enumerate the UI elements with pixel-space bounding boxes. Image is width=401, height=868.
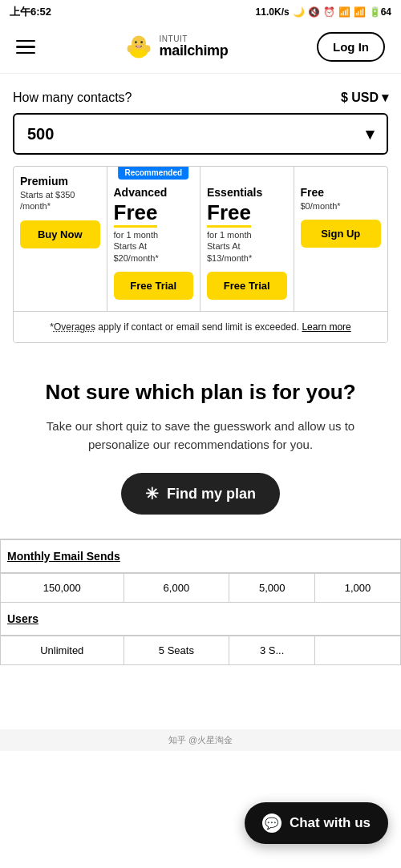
- plan-name-premium: Premium: [20, 175, 100, 188]
- status-time: 上午6:52: [10, 5, 51, 19]
- plan-starts-free: $0/month*: [301, 200, 382, 212]
- contacts-label: How many contacts?: [13, 91, 132, 105]
- plan-free: Free $0/month* Sign Up: [294, 167, 388, 311]
- sign-up-button[interactable]: Sign Up: [301, 220, 382, 248]
- learn-more-link[interactable]: Learn more: [302, 321, 350, 333]
- email-val-0: 150,000: [1, 573, 124, 603]
- comparison-table: Monthly Email Sends 150,000 6,000 5,000 …: [0, 539, 401, 665]
- plan-name-essentials: Essentials: [207, 186, 287, 199]
- status-right: 11.0K/s 🌙 🔇 ⏰ 📶 📶 🔋64: [256, 6, 391, 18]
- signal-icon: 📶: [338, 6, 350, 18]
- mailchimp-label: mailchimp: [160, 43, 229, 59]
- mute-icon: 🔇: [308, 6, 320, 18]
- moon-icon: 🌙: [293, 6, 305, 18]
- menu-button[interactable]: [16, 40, 35, 55]
- table-row-users-values: Unlimited 5 Seats 3 S...: [1, 636, 401, 665]
- users-val-1: 5 Seats: [124, 636, 229, 665]
- users-val-3: [315, 636, 401, 665]
- users-val-2: 3 S...: [229, 636, 315, 665]
- find-plan-label: Find my plan: [167, 486, 256, 503]
- logo: INTUIT mailchimp: [124, 33, 229, 62]
- plan-price-essentials: Free: [207, 200, 251, 228]
- sparkle-icon: ✳: [145, 484, 159, 503]
- free-trial-button-essentials[interactable]: Free Trial: [207, 272, 287, 300]
- email-sends-header: Monthly Email Sends: [1, 540, 401, 574]
- quiz-section: Not sure which plan is for you? Take our…: [0, 356, 401, 539]
- plan-detail-essentials: for 1 monthStarts At$13/month*: [207, 229, 287, 264]
- find-plan-button[interactable]: ✳ Find my plan: [121, 473, 280, 515]
- plan-name-advanced: Advanced: [114, 186, 194, 199]
- table-row-email-header: Monthly Email Sends: [1, 540, 401, 574]
- plans-grid: Premium Starts at $350/month* Buy Now Re…: [14, 167, 387, 311]
- currency-label: $ USD ▾: [341, 90, 388, 105]
- table-row-email-values: 150,000 6,000 5,000 1,000: [1, 573, 401, 603]
- plan-advanced: Recommended Advanced Free for 1 monthSta…: [107, 167, 201, 311]
- svg-point-2: [135, 41, 137, 43]
- buy-now-button[interactable]: Buy Now: [20, 220, 100, 248]
- status-bar: 上午6:52 11.0K/s 🌙 🔇 ⏰ 📶 📶 🔋64: [0, 0, 401, 24]
- bottom-bar: 知乎 @火星淘金: [0, 729, 401, 751]
- contacts-value: 500: [27, 125, 54, 143]
- table-row-users-header: Users: [1, 603, 401, 636]
- main-content: How many contacts? $ USD ▾ 500 ▾ Premium…: [0, 74, 401, 343]
- plan-premium: Premium Starts at $350/month* Buy Now: [14, 167, 107, 311]
- svg-point-4: [136, 45, 140, 48]
- plan-price-advanced: Free: [114, 200, 158, 228]
- plan-essentials: Essentials Free for 1 monthStarts At$13/…: [200, 167, 294, 311]
- svg-point-5: [127, 45, 132, 52]
- comparison-section: Monthly Email Sends 150,000 6,000 5,000 …: [0, 539, 401, 665]
- recommended-badge: Recommended: [118, 166, 188, 180]
- free-trial-button-advanced[interactable]: Free Trial: [114, 272, 194, 300]
- chimp-icon: [124, 33, 153, 62]
- overages-note: *Overages apply if contact or email send…: [14, 311, 387, 342]
- plans-section: Premium Starts at $350/month* Buy Now Re…: [13, 166, 388, 343]
- email-val-2: 5,000: [229, 573, 315, 603]
- svg-point-6: [144, 45, 150, 52]
- plan-starts-premium: Starts at $350/month*: [20, 189, 100, 212]
- watermark: 知乎 @火星淘金: [168, 735, 233, 745]
- svg-point-3: [140, 41, 143, 43]
- contacts-section: How many contacts? $ USD ▾ 500 ▾: [13, 90, 388, 155]
- contacts-dropdown[interactable]: 500 ▾: [13, 113, 388, 155]
- wifi-icon: 📶: [354, 6, 366, 18]
- quiz-description: Take our short quiz to save the guesswor…: [16, 418, 385, 454]
- plan-detail-advanced: for 1 monthStarts At$20/month*: [114, 229, 194, 264]
- overages-link[interactable]: Overages: [54, 321, 95, 333]
- quiz-title: Not sure which plan is for you?: [16, 380, 385, 405]
- dropdown-chevron-icon: ▾: [366, 124, 374, 143]
- login-button[interactable]: Log In: [317, 32, 385, 62]
- email-val-3: 1,000: [315, 573, 401, 603]
- email-val-1: 6,000: [124, 573, 229, 603]
- chevron-down-icon: ▾: [382, 90, 388, 105]
- network-speed: 11.0K/s: [256, 6, 290, 18]
- users-val-0: Unlimited: [1, 636, 124, 665]
- alarm-icon: ⏰: [323, 6, 335, 18]
- plan-name-free: Free: [301, 186, 382, 199]
- battery-icon: 🔋64: [369, 6, 391, 18]
- users-header: Users: [1, 603, 401, 636]
- header: INTUIT mailchimp Log In: [0, 24, 401, 74]
